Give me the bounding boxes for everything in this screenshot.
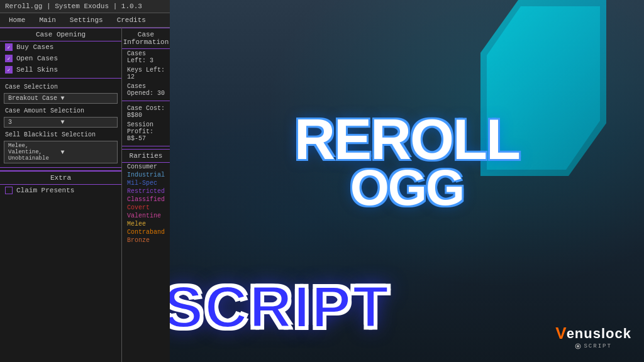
game-panel: REROLL OGG SCrIpT V enuslock SCRIPT [170,0,644,362]
title-text: Reroll.gg | System Exodus | 1.0.3 [5,3,142,10]
rarity-consumer: Consumer [122,163,170,171]
rarity-classified: Classified [122,195,170,204]
extra-header: Extra [0,171,121,185]
check-icon-2: ✓ [8,56,11,62]
open-cases-label: Open Cases [16,55,58,62]
venuslock-v-icon: V [555,324,566,343]
reroll-text: REROLL [294,114,519,165]
sell-skins-row[interactable]: ✓ Sell Skins [0,64,121,75]
buy-cases-checkbox[interactable]: ✓ [5,43,13,51]
check-icon: ✓ [8,45,11,50]
rarity-restricted: Restricted [122,187,170,195]
venuslock-logo: V enuslock SCRIPT [555,324,631,349]
sell-blacklist-value: Melee, Valentine, Unobtainable [8,143,61,162]
divider-1 [0,78,121,79]
claim-presents-label: Claim Presents [16,187,74,194]
cases-left: Cases Left: 3 [122,49,170,65]
keys-left: Keys Left: 12 [122,65,170,82]
dropdown-arrow-amount: ▼ [61,119,114,126]
claim-presents-row[interactable]: Claim Presents [0,185,121,196]
tab-credits[interactable]: Credits [111,14,152,26]
ogg-text: OGG [294,165,519,211]
logo-text-block: REROLL OGG [294,114,519,211]
rarity-valentine: Valentine [122,212,170,220]
rarity-milspec: Mil-Spec [122,179,170,187]
case-selection-value: Breakout Case [8,95,61,102]
tab-main[interactable]: Main [33,14,62,26]
open-cases-checkbox[interactable]: ✓ [5,55,13,62]
rarity-covert: Covert [122,204,170,212]
venuslock-subtitle: SCRIPT [575,343,611,349]
tab-settings[interactable]: Settings [64,14,109,26]
venuslock-brand: V enuslock [555,324,631,343]
case-info-header: Case Information [122,28,170,49]
case-cost: Case Cost: B$80 [122,104,170,120]
divider-2 [0,167,121,168]
claim-presents-checkbox[interactable] [5,187,13,194]
venuslock-name: enuslock [567,326,631,342]
sell-skins-label: Sell Skins [16,66,58,74]
divider-3 [122,101,170,101]
buy-cases-label: Buy Cases [16,43,53,51]
case-opening-header: Case Opening [0,28,121,41]
rarity-contraband: Contraband [122,228,170,236]
case-selection-label: Case Selection [0,81,121,92]
case-amount-label: Case Amount Selection [0,105,121,116]
rarity-industrial: Industrial [122,171,170,179]
venuslock-icon [575,343,581,349]
session-profit: Session Profit: B$-57 [122,120,170,143]
sell-blacklist-dropdown[interactable]: Melee, Valentine, Unobtainable ▼ [4,141,118,163]
left-panel: Reroll.gg | System Exodus | 1.0.3 Home M… [0,0,170,362]
case-amount-value: 3 [8,119,61,126]
case-amount-dropdown[interactable]: 3 ▼ [4,117,118,128]
divider-4 [122,146,170,146]
dropdown-arrow-blacklist: ▼ [61,149,114,156]
dropdown-arrow-case: ▼ [61,95,114,102]
script-watermark: SCrIpT [170,277,390,337]
open-cases-row[interactable]: ✓ Open Cases [0,53,121,64]
cases-opened: Cases Opened: 30 [122,82,170,98]
rarity-bronze: Bronze [122,236,170,244]
sell-blacklist-label: Sell Blacklist Selection [0,129,121,140]
title-bar: Reroll.gg | System Exodus | 1.0.3 [0,0,170,13]
venuslock-script-label: SCRIPT [584,343,611,349]
tab-home[interactable]: Home [3,14,31,26]
extra-section: Extra Claim Presents [0,170,121,196]
svg-point-1 [577,345,579,348]
nav-tabs: Home Main Settings Credits [0,13,170,28]
right-column: Case Information Cases Left: 3 Keys Left… [122,28,170,362]
buy-cases-row[interactable]: ✓ Buy Cases [0,41,121,53]
check-icon-3: ✓ [8,67,11,73]
case-selection-dropdown[interactable]: Breakout Case ▼ [4,93,118,104]
main-split: Case Opening ✓ Buy Cases ✓ Open Cases ✓ … [0,28,170,362]
sell-skins-checkbox[interactable]: ✓ [5,66,13,74]
rarity-melee: Melee [122,220,170,228]
left-column: Case Opening ✓ Buy Cases ✓ Open Cases ✓ … [0,28,122,362]
rarities-header: Rarities [122,149,170,163]
